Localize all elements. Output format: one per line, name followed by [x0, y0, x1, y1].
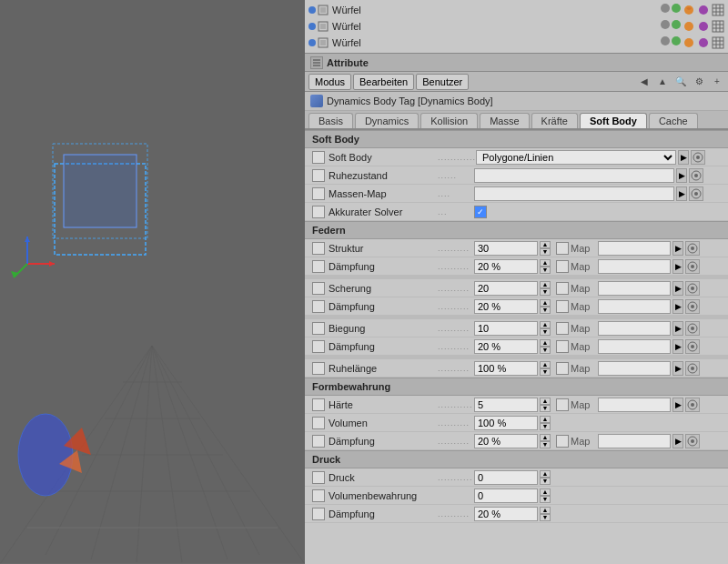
dampfung3-map-checkbox[interactable] [556, 340, 569, 353]
harte-map-input[interactable] [598, 398, 671, 412]
object-row-2[interactable]: Würfel [305, 18, 728, 35]
volumen-spin[interactable]: ▲ ▼ [540, 416, 551, 430]
harte-map-icon[interactable] [685, 398, 700, 412]
dampfung1-input[interactable] [474, 259, 538, 274]
volumen-spin-up[interactable]: ▲ [540, 416, 551, 423]
biegung-map-input[interactable] [598, 321, 671, 336]
struktur-spin-down[interactable]: ▼ [540, 248, 551, 256]
prop-checkbox-biegung[interactable] [312, 322, 325, 335]
druck-spin-down[interactable]: ▼ [540, 478, 551, 485]
scherung-input[interactable] [474, 281, 538, 296]
gear-icon[interactable]: ⚙ [692, 75, 706, 89]
dampfung2-map-arrow[interactable]: ▶ [672, 299, 683, 314]
prop-checkbox-volumen[interactable] [312, 417, 325, 429]
prop-checkbox-massenmap[interactable] [312, 187, 325, 200]
harte-map-checkbox[interactable] [556, 398, 569, 411]
dampfung2-spin-up[interactable]: ▲ [540, 299, 551, 307]
3d-viewport[interactable] [0, 0, 305, 564]
scherung-spin[interactable]: ▲ ▼ [540, 281, 551, 296]
dampfung1-spin-up[interactable]: ▲ [540, 259, 551, 267]
arrow-left-icon[interactable]: ◀ [637, 75, 652, 89]
dampfung2-map-icon[interactable] [685, 299, 700, 314]
softbody-type-select[interactable]: Polygone/Linien [476, 150, 676, 165]
biegung-input[interactable] [474, 321, 538, 336]
dampfung5-spin[interactable]: ▲ ▼ [540, 507, 551, 521]
ruhelange-map-input[interactable] [598, 361, 671, 376]
tab-cache[interactable]: Cache [649, 113, 698, 128]
prop-checkbox-dampfung2[interactable] [312, 300, 325, 313]
dampfung1-spin-down[interactable]: ▼ [540, 267, 551, 274]
prop-checkbox-dampfung1[interactable] [312, 260, 325, 273]
tab-kollision[interactable]: Kollision [420, 113, 478, 128]
prop-checkbox-dampfung3[interactable] [312, 340, 325, 353]
harte-spin[interactable]: ▲ ▼ [540, 398, 551, 412]
ruhelange-spin-down[interactable]: ▼ [540, 368, 551, 376]
softbody-map-icon[interactable] [691, 150, 705, 165]
ruhelange-map-arrow[interactable]: ▶ [672, 361, 683, 376]
scherung-map-checkbox[interactable] [556, 282, 569, 295]
biegung-map-icon[interactable] [685, 321, 700, 336]
ruhelange-spin[interactable]: ▲ ▼ [540, 361, 551, 376]
dampfung5-spin-up[interactable]: ▲ [540, 507, 551, 514]
scherung-map-arrow[interactable]: ▶ [672, 281, 683, 296]
dampfung3-map-input[interactable] [598, 339, 671, 354]
scherung-spin-up[interactable]: ▲ [540, 281, 551, 288]
biegung-spin-down[interactable]: ▼ [540, 328, 551, 336]
search-icon[interactable]: 🔍 [673, 75, 688, 89]
akkurater-checkbox[interactable]: ✓ [474, 206, 487, 218]
dampfung2-spin[interactable]: ▲ ▼ [540, 299, 551, 314]
add-icon[interactable]: + [710, 75, 724, 89]
dampfung1-map-arrow[interactable]: ▶ [672, 259, 683, 274]
struktur-input[interactable] [474, 241, 538, 256]
dampfung3-spin-down[interactable]: ▼ [540, 347, 551, 354]
ruhezustand-input[interactable] [474, 168, 674, 183]
tab-masse[interactable]: Masse [480, 113, 529, 128]
tab-softbody[interactable]: Soft Body [580, 113, 647, 128]
massenmap-arrow[interactable]: ▶ [676, 186, 687, 201]
dampfung4-map-icon[interactable] [685, 434, 700, 448]
druck-spin[interactable]: ▲ ▼ [540, 470, 551, 485]
harte-map-arrow[interactable]: ▶ [672, 398, 683, 412]
harte-spin-down[interactable]: ▼ [540, 405, 551, 412]
tab-basis[interactable]: Basis [308, 113, 353, 128]
dampfung3-spin-up[interactable]: ▲ [540, 339, 551, 347]
prop-checkbox-softbody[interactable] [312, 151, 325, 164]
dampfung1-map-input[interactable] [598, 259, 671, 274]
volumenbewahrung-spin-down[interactable]: ▼ [540, 496, 551, 503]
dampfung4-map-input[interactable] [598, 434, 671, 448]
arrow-up-icon[interactable]: ▲ [655, 75, 670, 89]
dampfung3-input[interactable] [474, 339, 538, 354]
prop-checkbox-druck[interactable] [312, 471, 325, 484]
scherung-spin-down[interactable]: ▼ [540, 288, 551, 296]
ruhelange-input[interactable] [474, 361, 538, 376]
dampfung3-map-icon[interactable] [685, 339, 700, 354]
prop-checkbox-dampfung5[interactable] [312, 508, 325, 520]
prop-checkbox-struktur[interactable] [312, 242, 325, 255]
druck-input[interactable] [474, 470, 538, 485]
harte-spin-up[interactable]: ▲ [540, 398, 551, 405]
ruhelange-map-checkbox[interactable] [556, 362, 569, 375]
volumen-spin-down[interactable]: ▼ [540, 423, 551, 430]
prop-checkbox-volumenbewahrung[interactable] [312, 489, 325, 502]
dampfung3-spin[interactable]: ▲ ▼ [540, 339, 551, 354]
dampfung4-spin-up[interactable]: ▲ [540, 434, 551, 441]
struktur-map-icon[interactable] [685, 241, 700, 256]
struktur-map-input[interactable] [598, 241, 671, 256]
druck-spin-up[interactable]: ▲ [540, 470, 551, 478]
benutzer-button[interactable]: Benutzer [416, 74, 469, 90]
biegung-spin-up[interactable]: ▲ [540, 321, 551, 328]
ruhezustand-icon[interactable] [689, 168, 703, 183]
content-area[interactable]: Soft Body Soft Body ............ Polygon… [305, 130, 728, 564]
volumen-input[interactable] [474, 416, 538, 430]
tab-kraefte[interactable]: Kräfte [531, 113, 578, 128]
dampfung5-spin-down[interactable]: ▼ [540, 514, 551, 521]
dampfung4-input[interactable] [474, 434, 538, 448]
dampfung1-map-icon[interactable] [685, 259, 700, 274]
struktur-map-arrow[interactable]: ▶ [672, 241, 683, 256]
ruhelange-map-icon[interactable] [685, 361, 700, 376]
scherung-map-input[interactable] [598, 281, 671, 296]
struktur-spin-up[interactable]: ▲ [540, 241, 551, 248]
tab-dynamics[interactable]: Dynamics [355, 113, 419, 128]
dampfung1-map-checkbox[interactable] [556, 260, 569, 273]
ruhezustand-arrow[interactable]: ▶ [676, 168, 687, 183]
